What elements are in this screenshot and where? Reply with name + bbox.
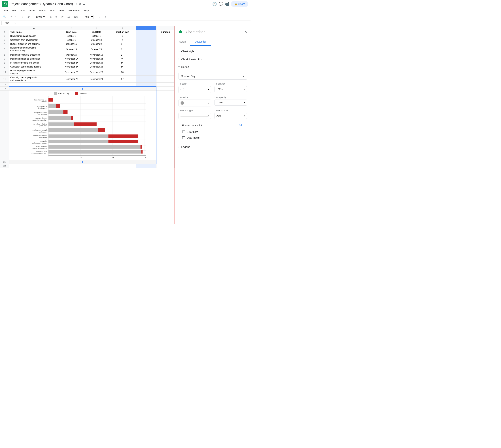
percent-button[interactable]: % xyxy=(54,15,59,19)
history-icon[interactable]: 🕐 xyxy=(212,2,217,6)
start-date-cell[interactable]: October 9 xyxy=(59,38,84,42)
e-cell[interactable] xyxy=(136,42,156,46)
end-date-cell[interactable]: October 20 xyxy=(84,42,109,46)
duration-cell[interactable] xyxy=(156,38,174,42)
task-cell[interactable]: Holiday-themed marketingmaterials design xyxy=(9,46,59,53)
start-day-cell[interactable]: 0 xyxy=(109,34,136,38)
e-cell[interactable] xyxy=(136,53,156,57)
series-dropdown[interactable]: Start on Day ▾ xyxy=(179,73,247,80)
chart-style-section[interactable]: › Chart style xyxy=(175,48,250,55)
cloud-icon[interactable]: ☁ xyxy=(82,2,85,6)
empty-cell[interactable] xyxy=(9,82,59,86)
menu-tools[interactable]: Tools xyxy=(57,9,66,13)
menu-file[interactable]: File xyxy=(2,9,10,13)
line-dash-control[interactable]: ▾ xyxy=(179,113,211,119)
e-cell[interactable] xyxy=(136,38,156,42)
header-start-date[interactable]: Start Date xyxy=(59,30,84,34)
start-day-cell[interactable]: 46 xyxy=(109,57,136,61)
tab-setup[interactable]: Setup xyxy=(175,38,190,46)
cell-reference-input[interactable]: E37 xyxy=(1,21,12,25)
collapse-toolbar-button[interactable]: ∧ xyxy=(103,15,108,19)
more-options-button[interactable]: ⋮ xyxy=(97,15,102,19)
task-cell[interactable]: Post-campaign survey andanalysis xyxy=(9,69,59,76)
undo-button[interactable]: ↩ xyxy=(8,15,13,19)
duration-cell[interactable] xyxy=(156,61,174,65)
end-date-cell[interactable]: December 29 xyxy=(84,76,109,82)
menu-edit[interactable]: Edit xyxy=(10,9,17,13)
task-cell[interactable]: Campaign brief development xyxy=(9,38,59,42)
empty-cell[interactable] xyxy=(109,164,136,168)
task-cell[interactable]: Budget allocation and approval xyxy=(9,42,59,46)
tab-customize[interactable]: Customize xyxy=(190,38,211,46)
empty-cell[interactable] xyxy=(156,82,174,86)
start-date-cell[interactable]: November 27 xyxy=(59,65,84,69)
task-cell[interactable]: Marketing materials distribution xyxy=(9,57,59,61)
empty-cell[interactable] xyxy=(84,164,109,168)
close-chart-editor-button[interactable]: × xyxy=(244,30,247,34)
empty-cell[interactable] xyxy=(156,86,174,91)
chart-axis-titles-section[interactable]: › Chart & axis titles xyxy=(175,55,250,63)
e-cell[interactable] xyxy=(136,57,156,61)
print-button[interactable]: 🖨 xyxy=(20,15,25,19)
empty-cell[interactable] xyxy=(109,82,136,86)
fill-opacity-control[interactable]: 100% ▾ xyxy=(214,86,247,92)
share-button[interactable]: 🔒 Share xyxy=(231,1,248,7)
empty-cell[interactable] xyxy=(156,91,174,160)
search-button[interactable]: 🔍 xyxy=(1,15,7,19)
start-date-cell[interactable]: October 26 xyxy=(59,53,84,57)
add-data-point-button[interactable]: Add xyxy=(239,124,243,127)
dec-increase-button[interactable]: .0+ xyxy=(60,15,65,19)
col-header-f[interactable]: F xyxy=(156,26,174,30)
duration-cell[interactable] xyxy=(156,76,174,82)
e-cell[interactable] xyxy=(136,46,156,53)
col-header-c[interactable]: C xyxy=(84,26,109,30)
duration-cell[interactable] xyxy=(156,57,174,61)
zoom-select[interactable]: 100% xyxy=(34,15,46,19)
empty-cell[interactable] xyxy=(84,82,109,86)
start-day-cell[interactable]: 87 xyxy=(109,76,136,82)
legend-section[interactable]: › Legend xyxy=(175,143,250,151)
e-cell[interactable] xyxy=(136,65,156,69)
formula-input[interactable] xyxy=(17,21,249,25)
line-color-control[interactable]: ▾ xyxy=(179,99,211,106)
comment-icon[interactable]: 💬 xyxy=(219,2,223,6)
header-end-date[interactable]: End Date xyxy=(84,30,109,34)
currency-button[interactable]: $ xyxy=(49,15,53,19)
meet-icon[interactable]: 📹 xyxy=(225,2,229,6)
empty-cell[interactable] xyxy=(59,82,84,86)
menu-insert[interactable]: Insert xyxy=(27,9,37,13)
col-header-a[interactable]: A xyxy=(9,26,59,30)
duration-cell[interactable] xyxy=(156,53,174,57)
task-cell[interactable]: Marketing collateral production xyxy=(9,53,59,57)
start-day-cell[interactable]: 86 xyxy=(109,69,136,76)
empty-cell[interactable] xyxy=(9,164,59,168)
task-cell[interactable]: Campaign performance tracking xyxy=(9,65,59,69)
start-date-cell[interactable]: October 2 xyxy=(59,34,84,38)
fill-color-control[interactable]: ▾ xyxy=(179,86,211,93)
end-date-cell[interactable]: December 25 xyxy=(84,65,109,69)
num-format-button[interactable]: 123 xyxy=(72,15,79,19)
start-date-cell[interactable]: October 16 xyxy=(59,42,84,46)
dec-decrease-button[interactable]: .00 xyxy=(66,15,72,19)
col-header-e[interactable]: E xyxy=(136,26,156,30)
task-cell[interactable]: Brainstorming and ideation xyxy=(9,34,59,38)
header-e[interactable] xyxy=(136,30,156,34)
series-section-header[interactable]: › Series xyxy=(175,63,250,71)
header-start-on-day[interactable]: Start on Day xyxy=(109,30,136,34)
header-duration[interactable]: Duration xyxy=(156,30,174,34)
menu-view[interactable]: View xyxy=(18,9,27,13)
e-cell[interactable] xyxy=(136,164,156,168)
duration-cell[interactable] xyxy=(156,46,174,53)
drive-icon[interactable]: ⧉ xyxy=(79,2,81,6)
redo-button[interactable]: ↪ xyxy=(14,15,19,19)
star-icon[interactable]: ☆ xyxy=(75,2,77,6)
task-cell[interactable]: Campaign report preparationand presentat… xyxy=(9,76,59,82)
e-cell[interactable] xyxy=(136,61,156,65)
start-date-cell[interactable]: December 28 xyxy=(59,76,84,82)
menu-help[interactable]: Help xyxy=(82,9,91,13)
start-date-cell[interactable]: November 17 xyxy=(59,57,84,61)
start-day-cell[interactable]: 14 xyxy=(109,42,136,46)
error-bars-checkbox[interactable] xyxy=(182,130,185,133)
col-header-b[interactable]: B xyxy=(59,26,84,30)
start-day-cell[interactable]: 56 xyxy=(109,65,136,69)
